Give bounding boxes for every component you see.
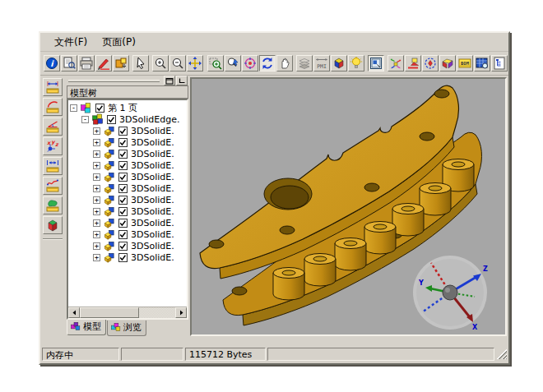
- visibility-checkbox[interactable]: [118, 150, 128, 159]
- zoom-select-button[interactable]: [225, 55, 241, 71]
- tree-hscrollbar[interactable]: [68, 307, 187, 318]
- tree-row[interactable]: -3DSolidEdge.: [70, 113, 187, 125]
- fit-window-button[interactable]: [187, 55, 203, 71]
- expand-expander[interactable]: +: [93, 242, 100, 250]
- tree-row[interactable]: +3DSolidE.: [70, 159, 187, 171]
- visibility-checkbox[interactable]: [118, 196, 128, 205]
- tree-item-label: 3DSolidE.: [131, 149, 174, 159]
- tab-model[interactable]: 模型: [67, 320, 106, 335]
- move-part-button[interactable]: [405, 55, 421, 71]
- menu-bar: 文件(F)页面(P): [40, 33, 508, 52]
- layers-button[interactable]: [296, 55, 313, 71]
- check-icon: [119, 150, 127, 158]
- lighting-button[interactable]: [348, 55, 364, 71]
- tab-browse[interactable]: 浏览: [107, 321, 146, 336]
- menu-file[interactable]: 文件(F): [47, 33, 95, 52]
- tree-row[interactable]: +3DSolidE.: [70, 136, 187, 148]
- rotate-view-button[interactable]: [259, 55, 276, 71]
- tree-row[interactable]: +3DSolidE.: [70, 171, 187, 182]
- visibility-checkbox[interactable]: [118, 138, 128, 147]
- expand-expander[interactable]: +: [93, 219, 100, 227]
- scroll-right-button[interactable]: [175, 307, 187, 318]
- expand-expander[interactable]: +: [93, 185, 100, 192]
- measure-curve-button[interactable]: [43, 177, 63, 195]
- measure-arc-button[interactable]: [43, 98, 63, 116]
- model-tree-panel-button[interactable]: [368, 55, 384, 71]
- pmi-button[interactable]: PMI: [313, 55, 330, 71]
- measure-volume-button[interactable]: [43, 216, 63, 234]
- page-icon: [80, 102, 93, 114]
- tree-view-button[interactable]: [491, 55, 508, 71]
- collapse-expander[interactable]: -: [81, 116, 89, 123]
- measure-length-button[interactable]: [43, 157, 63, 175]
- pan-button[interactable]: [276, 55, 293, 71]
- tree-row[interactable]: +3DSolidE.: [70, 217, 187, 228]
- panel-float-button[interactable]: [164, 76, 175, 85]
- measure-area-button[interactable]: [43, 196, 63, 214]
- bom-button[interactable]: BOM: [457, 55, 473, 71]
- resize-grip[interactable]: [496, 348, 507, 359]
- visibility-checkbox[interactable]: [107, 115, 116, 124]
- print-button[interactable]: [78, 55, 95, 71]
- panel-grip[interactable]: [68, 80, 160, 82]
- expand-expander[interactable]: +: [93, 196, 100, 204]
- zoom-out-button[interactable]: [169, 55, 186, 71]
- tree-row[interactable]: +3DSolidE.: [70, 205, 187, 217]
- report-button[interactable]: [474, 55, 490, 71]
- part-icon: [103, 228, 116, 241]
- viewport-3d[interactable]: Z Y X: [190, 77, 507, 336]
- expand-expander[interactable]: +: [93, 150, 100, 158]
- tree-item-label: 3DSolidE.: [131, 183, 174, 194]
- measure-angle-button[interactable]: [43, 118, 63, 136]
- tree-row[interactable]: -第 1 页: [70, 102, 187, 113]
- explode-button[interactable]: [388, 55, 404, 71]
- tree-row[interactable]: +3DSolidE.: [70, 182, 187, 194]
- visibility-checkbox[interactable]: [118, 230, 128, 239]
- visibility-checkbox[interactable]: [118, 161, 128, 170]
- section-icon: [441, 57, 454, 70]
- menu-page[interactable]: 页面(P): [95, 33, 143, 52]
- visibility-checkbox[interactable]: [118, 127, 128, 136]
- expand-expander[interactable]: +: [93, 254, 100, 261]
- tree-row[interactable]: +3DSolidE.: [70, 125, 187, 136]
- markup-button[interactable]: [95, 55, 112, 71]
- scroll-thumb[interactable]: [80, 307, 139, 318]
- visibility-checkbox[interactable]: [118, 253, 128, 262]
- render-mode-button[interactable]: [331, 55, 347, 71]
- visibility-checkbox[interactable]: [118, 207, 128, 216]
- zoom-in-button[interactable]: [152, 55, 169, 71]
- tree-row[interactable]: +3DSolidE.: [70, 240, 187, 251]
- visibility-checkbox[interactable]: [118, 242, 128, 251]
- collapse-expander[interactable]: -: [70, 104, 77, 112]
- print-preview-button[interactable]: [61, 55, 77, 71]
- visibility-checkbox[interactable]: [95, 104, 104, 113]
- scroll-left-button[interactable]: [68, 307, 80, 318]
- visibility-checkbox[interactable]: [118, 184, 128, 193]
- expand-expander[interactable]: +: [93, 173, 100, 181]
- info-button[interactable]: i: [44, 55, 60, 71]
- expand-expander[interactable]: +: [93, 208, 100, 215]
- tree-row[interactable]: +3DSolidE.: [70, 148, 187, 159]
- expand-expander[interactable]: +: [93, 231, 100, 238]
- panel-hide-button[interactable]: [176, 76, 188, 85]
- expand-expander[interactable]: +: [93, 139, 100, 146]
- tree-row[interactable]: +3DSolidE.: [70, 228, 187, 240]
- tree-row[interactable]: +3DSolidE.: [70, 194, 187, 205]
- snapshot-button[interactable]: [113, 55, 129, 71]
- tree-item-label: 3DSolidE.: [131, 160, 174, 171]
- rotate-target-button[interactable]: [242, 55, 258, 71]
- measure-distance-button[interactable]: [43, 78, 63, 96]
- select-button[interactable]: [132, 55, 149, 71]
- section-button[interactable]: [439, 55, 456, 71]
- measure-coordinate-button[interactable]: xyz: [43, 137, 63, 155]
- visibility-checkbox[interactable]: [118, 219, 128, 228]
- expand-expander[interactable]: +: [93, 127, 100, 135]
- rotate-part-button[interactable]: [422, 55, 439, 71]
- check-icon: [119, 139, 127, 146]
- tree-row[interactable]: +3DSolidE.: [70, 251, 187, 263]
- model-tree[interactable]: -第 1 页-3DSolidEdge.+3DSolidE.+3DSolidE.+…: [68, 100, 187, 307]
- scroll-track[interactable]: [80, 307, 175, 318]
- visibility-checkbox[interactable]: [118, 173, 128, 182]
- expand-expander[interactable]: +: [93, 162, 100, 169]
- zoom-window-button[interactable]: [207, 55, 224, 71]
